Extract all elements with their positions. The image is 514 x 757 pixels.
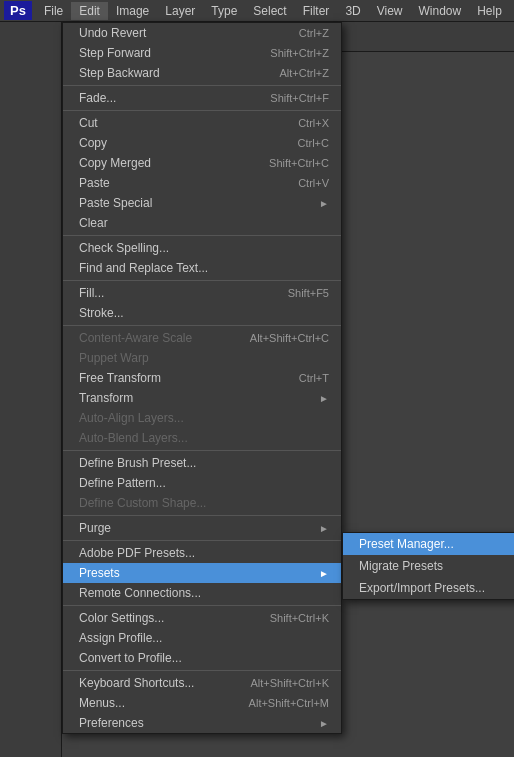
menu-item-free-transform[interactable]: Free Transform Ctrl+T <box>63 368 341 388</box>
menu-item-auto-align: Auto-Align Layers... <box>63 408 341 428</box>
sep-3 <box>63 235 341 236</box>
menu-edit[interactable]: Edit <box>71 2 108 20</box>
menu-item-define-custom-shape: Define Custom Shape... <box>63 493 341 513</box>
menu-item-remote-connections[interactable]: Remote Connections... <box>63 583 341 603</box>
menu-filter[interactable]: Filter <box>295 2 338 20</box>
sep-1 <box>63 85 341 86</box>
menu-item-stroke[interactable]: Stroke... <box>63 303 341 323</box>
menu-item-step-backward[interactable]: Step Backward Alt+Ctrl+Z <box>63 63 341 83</box>
menu-image[interactable]: Image <box>108 2 157 20</box>
menu-item-paste-special[interactable]: Paste Special ► <box>63 193 341 213</box>
menu-item-clear[interactable]: Clear <box>63 213 341 233</box>
sep-2 <box>63 110 341 111</box>
menu-item-keyboard-shortcuts[interactable]: Keyboard Shortcuts... Alt+Shift+Ctrl+K <box>63 673 341 693</box>
menu-item-fade[interactable]: Fade... Shift+Ctrl+F <box>63 88 341 108</box>
sep-7 <box>63 515 341 516</box>
menu-item-content-aware: Content-Aware Scale Alt+Shift+Ctrl+C <box>63 328 341 348</box>
menu-item-fill[interactable]: Fill... Shift+F5 <box>63 283 341 303</box>
sep-4 <box>63 280 341 281</box>
sep-10 <box>63 670 341 671</box>
menu-item-auto-blend: Auto-Blend Layers... <box>63 428 341 448</box>
menu-item-check-spelling[interactable]: Check Spelling... <box>63 238 341 258</box>
menu-item-preset-manager[interactable]: Preset Manager... <box>343 533 514 555</box>
menu-item-migrate-presets[interactable]: Migrate Presets <box>343 555 514 577</box>
menu-item-adobe-pdf-presets[interactable]: Adobe PDF Presets... <box>63 543 341 563</box>
menu-view[interactable]: View <box>369 2 411 20</box>
menu-item-menus[interactable]: Menus... Alt+Shift+Ctrl+M <box>63 693 341 713</box>
menu-item-assign-profile[interactable]: Assign Profile... <box>63 628 341 648</box>
workspace: Undo Revert Ctrl+Z Step Forward Shift+Ct… <box>0 22 514 757</box>
menu-item-define-brush[interactable]: Define Brush Preset... <box>63 453 341 473</box>
menu-help[interactable]: Help <box>469 2 510 20</box>
left-toolbar <box>0 22 62 757</box>
menu-item-color-settings[interactable]: Color Settings... Shift+Ctrl+K <box>63 608 341 628</box>
menu-layer[interactable]: Layer <box>157 2 203 20</box>
sep-5 <box>63 325 341 326</box>
menu-file[interactable]: File <box>36 2 71 20</box>
menu-bar: Ps File Edit Image Layer Type Select Fil… <box>0 0 514 22</box>
menu-item-preferences[interactable]: Preferences ► <box>63 713 341 733</box>
sep-9 <box>63 605 341 606</box>
menu-item-convert-to-profile[interactable]: Convert to Profile... <box>63 648 341 668</box>
menu-item-step-forward[interactable]: Step Forward Shift+Ctrl+Z <box>63 43 341 63</box>
menu-item-find-replace[interactable]: Find and Replace Text... <box>63 258 341 278</box>
edit-dropdown-menu: Undo Revert Ctrl+Z Step Forward Shift+Ct… <box>62 22 342 734</box>
menu-item-puppet-warp: Puppet Warp <box>63 348 341 368</box>
menu-item-undo-revert[interactable]: Undo Revert Ctrl+Z <box>63 23 341 43</box>
menu-item-paste[interactable]: Paste Ctrl+V <box>63 173 341 193</box>
menu-item-define-pattern[interactable]: Define Pattern... <box>63 473 341 493</box>
menu-item-transform[interactable]: Transform ► <box>63 388 341 408</box>
menu-type[interactable]: Type <box>203 2 245 20</box>
sep-6 <box>63 450 341 451</box>
menu-item-export-import-presets[interactable]: Export/Import Presets... <box>343 577 514 599</box>
menu-3d[interactable]: 3D <box>337 2 368 20</box>
presets-submenu: Preset Manager... Migrate Presets Export… <box>342 532 514 600</box>
menu-item-copy-merged[interactable]: Copy Merged Shift+Ctrl+C <box>63 153 341 173</box>
menu-item-cut[interactable]: Cut Ctrl+X <box>63 113 341 133</box>
menu-item-presets[interactable]: Presets ► <box>63 563 341 583</box>
ps-logo[interactable]: Ps <box>4 1 32 20</box>
menu-item-copy[interactable]: Copy Ctrl+C <box>63 133 341 153</box>
menu-window[interactable]: Window <box>411 2 470 20</box>
menu-select[interactable]: Select <box>245 2 294 20</box>
menu-item-purge[interactable]: Purge ► <box>63 518 341 538</box>
sep-8 <box>63 540 341 541</box>
